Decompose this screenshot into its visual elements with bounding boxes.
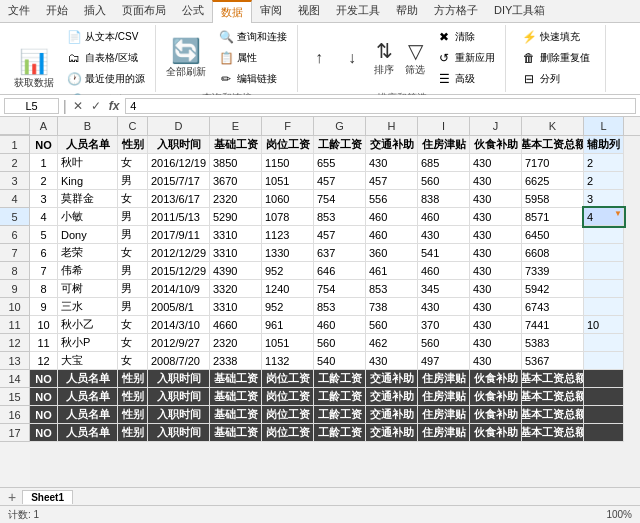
sort-button[interactable]: ⇅ 排序 <box>370 37 398 79</box>
cell-C5[interactable]: 男 <box>118 208 148 226</box>
cell-I4[interactable]: 838 <box>418 190 470 208</box>
cell-C13[interactable]: 女 <box>118 352 148 370</box>
row-header-9[interactable]: 9 <box>0 280 30 298</box>
cell-B8[interactable]: 伟希 <box>58 262 118 280</box>
cell-L16[interactable] <box>584 406 624 424</box>
cell-L2[interactable]: 2 <box>584 154 624 172</box>
cell-C9[interactable]: 男 <box>118 280 148 298</box>
sort-desc-button[interactable]: ↓ <box>337 44 367 72</box>
row-header-14[interactable]: 14 <box>0 370 30 388</box>
cell-F1[interactable]: 岗位工资 <box>262 136 314 154</box>
col-header-l[interactable]: L <box>584 117 624 135</box>
cell-K3[interactable]: 6625 <box>522 172 584 190</box>
cell-F3[interactable]: 1051 <box>262 172 314 190</box>
fx-icon[interactable]: fx <box>107 99 122 113</box>
cell-B15[interactable]: 人员名单 <box>58 388 118 406</box>
sheet-tab-1[interactable]: Sheet1 <box>22 490 73 504</box>
cell-A9[interactable]: 8 <box>30 280 58 298</box>
row-header-6[interactable]: 6 <box>0 226 30 244</box>
cell-G16[interactable]: 工龄工资 <box>314 406 366 424</box>
cell-F14[interactable]: 岗位工资 <box>262 370 314 388</box>
cell-L11[interactable]: 10 <box>584 316 624 334</box>
cell-A5[interactable]: 4 <box>30 208 58 226</box>
cell-K6[interactable]: 6450 <box>522 226 584 244</box>
cell-I8[interactable]: 460 <box>418 262 470 280</box>
cell-B4[interactable]: 莫群金 <box>58 190 118 208</box>
cell-F10[interactable]: 952 <box>262 298 314 316</box>
cell-G11[interactable]: 460 <box>314 316 366 334</box>
cell-J15[interactable]: 伙食补助 <box>470 388 522 406</box>
cell-F6[interactable]: 1123 <box>262 226 314 244</box>
cell-F2[interactable]: 1150 <box>262 154 314 172</box>
cell-C2[interactable]: 女 <box>118 154 148 172</box>
cell-H10[interactable]: 738 <box>366 298 418 316</box>
cell-K10[interactable]: 6743 <box>522 298 584 316</box>
cell-L17[interactable] <box>584 424 624 442</box>
col-header-j[interactable]: J <box>470 117 522 135</box>
cell-K9[interactable]: 5942 <box>522 280 584 298</box>
row-header-13[interactable]: 13 <box>0 352 30 370</box>
cell-K4[interactable]: 5958 <box>522 190 584 208</box>
cell-E4[interactable]: 2320 <box>210 190 262 208</box>
cell-E17[interactable]: 基础工资 <box>210 424 262 442</box>
cell-B3[interactable]: King <box>58 172 118 190</box>
tab-pagelayout[interactable]: 页面布局 <box>114 0 174 22</box>
cell-E5[interactable]: 5290 <box>210 208 262 226</box>
cell-J16[interactable]: 伙食补助 <box>470 406 522 424</box>
cell-H14[interactable]: 交通补助 <box>366 370 418 388</box>
cell-L12[interactable] <box>584 334 624 352</box>
cell-G3[interactable]: 457 <box>314 172 366 190</box>
cell-B16[interactable]: 人员名单 <box>58 406 118 424</box>
cell-H17[interactable]: 交通补助 <box>366 424 418 442</box>
row-header-3[interactable]: 3 <box>0 172 30 190</box>
cell-E9[interactable]: 3320 <box>210 280 262 298</box>
cell-I10[interactable]: 430 <box>418 298 470 316</box>
cell-G6[interactable]: 457 <box>314 226 366 244</box>
cell-I14[interactable]: 住房津贴 <box>418 370 470 388</box>
cell-H5[interactable]: 460 <box>366 208 418 226</box>
clear-button[interactable]: ✖ 清除 <box>432 27 499 47</box>
cell-H9[interactable]: 853 <box>366 280 418 298</box>
cell-J10[interactable]: 430 <box>470 298 522 316</box>
cell-D3[interactable]: 2015/7/17 <box>148 172 210 190</box>
cell-E12[interactable]: 2320 <box>210 334 262 352</box>
cell-F8[interactable]: 952 <box>262 262 314 280</box>
cell-A2[interactable]: 1 <box>30 154 58 172</box>
tab-insert[interactable]: 插入 <box>76 0 114 22</box>
cell-D11[interactable]: 2014/3/10 <box>148 316 210 334</box>
cell-D1[interactable]: 入职时间 <box>148 136 210 154</box>
cell-H4[interactable]: 556 <box>366 190 418 208</box>
cell-L5[interactable]: ▼4 <box>584 208 624 226</box>
cell-B14[interactable]: 人员名单 <box>58 370 118 388</box>
cell-F16[interactable]: 岗位工资 <box>262 406 314 424</box>
from-table-button[interactable]: 🗂 自表格/区域 <box>62 48 149 68</box>
cell-K16[interactable]: 基本工资总额 <box>522 406 584 424</box>
cell-J8[interactable]: 430 <box>470 262 522 280</box>
cell-D16[interactable]: 入职时间 <box>148 406 210 424</box>
cell-G15[interactable]: 工龄工资 <box>314 388 366 406</box>
cell-D9[interactable]: 2014/10/9 <box>148 280 210 298</box>
cell-E2[interactable]: 3850 <box>210 154 262 172</box>
cell-G8[interactable]: 646 <box>314 262 366 280</box>
col-header-c[interactable]: C <box>118 117 148 135</box>
cell-L3[interactable]: 2 <box>584 172 624 190</box>
cell-H3[interactable]: 457 <box>366 172 418 190</box>
cell-D17[interactable]: 入职时间 <box>148 424 210 442</box>
cell-I5[interactable]: 460 <box>418 208 470 226</box>
sort-asc-button[interactable]: ↑ <box>304 44 334 72</box>
cell-D4[interactable]: 2013/6/17 <box>148 190 210 208</box>
tab-data[interactable]: 数据 <box>212 0 252 23</box>
cell-B6[interactable]: Dony <box>58 226 118 244</box>
cell-D8[interactable]: 2015/12/29 <box>148 262 210 280</box>
cell-D7[interactable]: 2012/12/29 <box>148 244 210 262</box>
cell-J5[interactable]: 430 <box>470 208 522 226</box>
cell-I9[interactable]: 345 <box>418 280 470 298</box>
cell-H6[interactable]: 460 <box>366 226 418 244</box>
cell-K1[interactable]: 基本工资总额 <box>522 136 584 154</box>
cell-I1[interactable]: 住房津贴 <box>418 136 470 154</box>
cell-A10[interactable]: 9 <box>30 298 58 316</box>
cell-F7[interactable]: 1330 <box>262 244 314 262</box>
row-header-4[interactable]: 4 <box>0 190 30 208</box>
cell-F12[interactable]: 1051 <box>262 334 314 352</box>
reapply-button[interactable]: ↺ 重新应用 <box>432 48 499 68</box>
